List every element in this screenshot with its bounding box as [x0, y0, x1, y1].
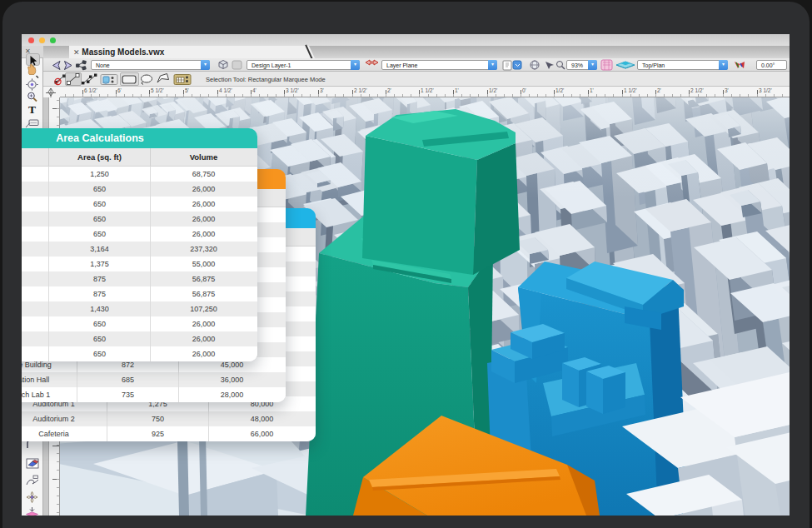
- svg-text:T: T: [28, 103, 36, 116]
